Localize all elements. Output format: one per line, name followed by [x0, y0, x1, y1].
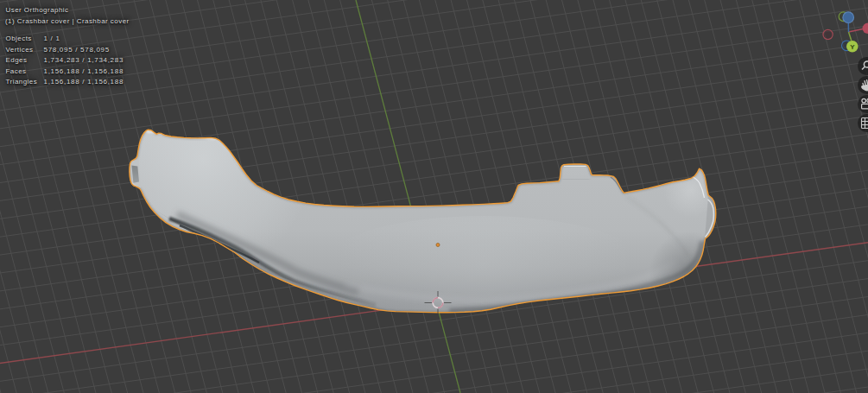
- svg-text:Y: Y: [850, 43, 855, 51]
